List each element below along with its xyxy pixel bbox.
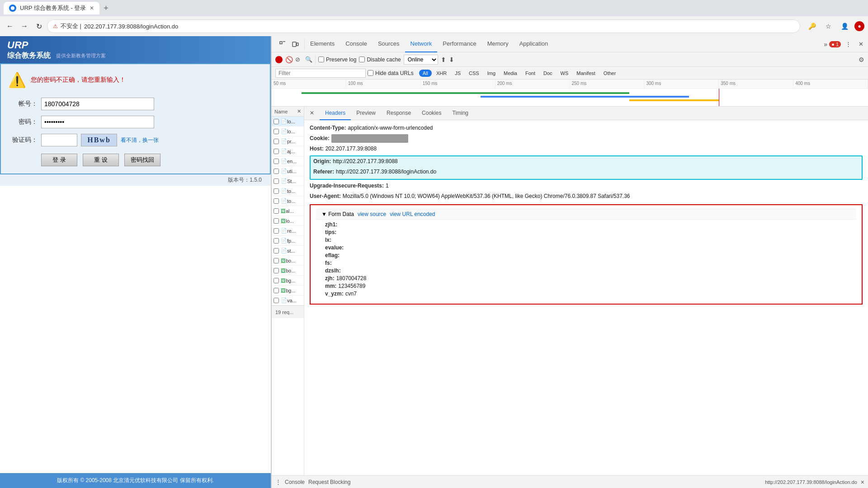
throttle-select[interactable]: Online Fast 3G Slow 3G Offline <box>404 55 438 65</box>
request-checkbox-9[interactable] <box>274 208 279 214</box>
tab-close-button[interactable]: ✕ <box>90 5 94 11</box>
request-checkbox-11[interactable] <box>274 228 279 234</box>
account-input[interactable] <box>41 98 154 110</box>
filter-tag-font[interactable]: Font <box>522 70 539 77</box>
captcha-refresh-link[interactable]: 看不清，换一张 <box>121 136 159 144</box>
devtools-tab-sources[interactable]: Sources <box>373 36 405 52</box>
devtools-tab-network[interactable]: Network <box>405 36 438 52</box>
view-source-link[interactable]: view source <box>358 211 386 217</box>
disable-cache-label[interactable]: Disable cache <box>359 56 401 63</box>
request-item-0[interactable]: 📄 lo... <box>272 117 304 127</box>
request-checkbox-14[interactable] <box>274 258 279 263</box>
account-button[interactable]: 👤 <box>838 20 851 33</box>
request-checkbox-10[interactable] <box>274 218 279 224</box>
filter-tag-doc[interactable]: Doc <box>540 70 556 77</box>
preserve-log-label[interactable]: Preserve log <box>318 56 356 63</box>
filter-tag-img[interactable]: Img <box>484 70 499 77</box>
filter-tag-ws[interactable]: WS <box>557 70 572 77</box>
key-icon-button[interactable]: 🔑 <box>806 20 818 33</box>
bookmark-button[interactable]: ☆ <box>822 20 835 33</box>
filter-tag-media[interactable]: Media <box>500 70 521 77</box>
request-item-15[interactable]: 🖼 bo... <box>272 266 304 276</box>
devtools-tab-performance[interactable]: Performance <box>437 36 481 52</box>
forward-button[interactable]: → <box>18 20 31 33</box>
more-options-icon[interactable]: ⋮ <box>843 39 854 50</box>
filter-tag-all[interactable]: All <box>419 70 432 77</box>
hide-data-urls-checkbox[interactable] <box>368 70 373 76</box>
back-button[interactable]: ← <box>4 20 16 33</box>
filter-tag-css[interactable]: CSS <box>465 70 483 77</box>
filter-tag-js[interactable]: JS <box>451 70 464 77</box>
request-checkbox-12[interactable] <box>274 238 279 244</box>
detail-tab-headers[interactable]: Headers <box>320 107 351 120</box>
more-tabs-button[interactable]: » <box>824 41 827 48</box>
close-devtools-icon[interactable]: ✕ <box>855 39 866 50</box>
request-item-7[interactable]: 📄 to... <box>272 186 304 196</box>
request-item-5[interactable]: 📄 uti... <box>272 166 304 176</box>
login-button[interactable]: 登 录 <box>41 154 77 166</box>
filter-tag-manifest[interactable]: Manifest <box>573 70 599 77</box>
devtools-tab-elements[interactable]: Elements <box>305 36 340 52</box>
request-item-1[interactable]: 📄 lo... <box>272 127 304 136</box>
request-checkbox-18[interactable] <box>274 298 279 303</box>
request-item-8[interactable]: 📄 to... <box>272 196 304 206</box>
captcha-input[interactable] <box>41 134 77 146</box>
password-input[interactable] <box>41 116 154 128</box>
request-checkbox-16[interactable] <box>274 278 279 283</box>
request-item-17[interactable]: 🖼 bg... <box>272 286 304 296</box>
request-checkbox-1[interactable] <box>274 129 279 134</box>
request-checkbox-4[interactable] <box>274 159 279 164</box>
inspect-element-icon[interactable] <box>277 39 288 50</box>
request-checkbox-3[interactable] <box>274 149 279 154</box>
clear-network-button[interactable]: 🚫 <box>285 56 292 63</box>
request-item-13[interactable]: 📄 st... <box>272 246 304 256</box>
browser-tab[interactable]: URP 综合教务系统 - 登录 ✕ <box>4 2 99 14</box>
request-item-9[interactable]: 🖼 al... <box>272 206 304 216</box>
request-checkbox-8[interactable] <box>274 198 279 204</box>
request-item-6[interactable]: 📄 St... <box>272 176 304 186</box>
preserve-log-checkbox[interactable] <box>318 56 324 62</box>
bottom-bar-menu-icon[interactable]: ⋮ <box>275 479 281 485</box>
close-request-filter-icon[interactable]: ✕ <box>297 108 301 114</box>
request-checkbox-13[interactable] <box>274 248 279 253</box>
request-item-11[interactable]: 📄 re... <box>272 226 304 236</box>
view-url-encoded-link[interactable]: view URL encoded <box>390 211 435 217</box>
request-item-16[interactable]: 🖼 bg... <box>272 276 304 286</box>
request-blocking-label[interactable]: Request Blocking <box>308 479 350 485</box>
address-bar[interactable]: ⚠ 不安全 | 202.207.177.39:8088/loginAction.… <box>47 19 800 33</box>
request-item-4[interactable]: 📄 en... <box>272 156 304 166</box>
devtools-tab-console[interactable]: Console <box>340 36 373 52</box>
detail-tab-response[interactable]: Response <box>381 107 416 120</box>
request-checkbox-17[interactable] <box>274 288 279 293</box>
detail-tab-preview[interactable]: Preview <box>351 107 381 120</box>
devtools-tab-application[interactable]: Application <box>514 36 554 52</box>
reset-button[interactable]: 重 设 <box>83 154 119 166</box>
request-checkbox-6[interactable] <box>274 178 279 184</box>
request-checkbox-7[interactable] <box>274 188 279 194</box>
reload-button[interactable]: ↻ <box>33 20 45 33</box>
device-mode-icon[interactable] <box>290 39 301 50</box>
filter-tag-xhr[interactable]: XHR <box>433 70 450 77</box>
forgot-password-button[interactable]: 密码找回 <box>124 154 160 166</box>
new-tab-button[interactable]: + <box>99 2 112 14</box>
close-detail-tab[interactable]: ✕ <box>304 107 320 120</box>
request-checkbox-15[interactable] <box>274 268 279 273</box>
request-item-3[interactable]: 📄 aj... <box>272 146 304 156</box>
extension-button[interactable]: ● <box>854 21 864 31</box>
request-checkbox-0[interactable] <box>274 119 279 124</box>
detail-tab-cookies[interactable]: Cookies <box>416 107 447 120</box>
detail-tab-timing[interactable]: Timing <box>447 107 474 120</box>
network-settings-button[interactable]: ⚙ <box>859 56 864 63</box>
search-network-button[interactable]: 🔍 <box>305 56 312 63</box>
request-item-14[interactable]: 🖼 bo... <box>272 256 304 266</box>
request-item-2[interactable]: 📄 pr... <box>272 136 304 146</box>
record-button[interactable] <box>275 56 283 63</box>
filter-input[interactable] <box>275 69 366 78</box>
disable-cache-checkbox[interactable] <box>359 56 365 62</box>
request-item-18[interactable]: 📄 va... <box>272 296 304 305</box>
bottom-close-button[interactable]: × <box>861 479 864 486</box>
request-checkbox-2[interactable] <box>274 139 279 144</box>
request-item-12[interactable]: 📄 fp... <box>272 236 304 246</box>
console-tab-label[interactable]: Console <box>285 479 305 485</box>
filter-icon[interactable]: ⊘ <box>295 56 302 63</box>
